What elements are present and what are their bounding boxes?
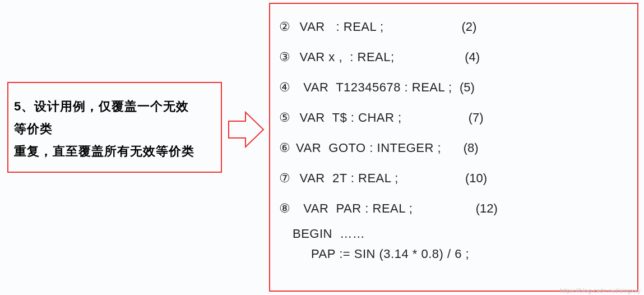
left-line-1: 5、设计用例，仅覆盖一个无效 <box>14 95 216 118</box>
row-marker: ⑦ <box>278 171 291 186</box>
code-row: ⑧ VAR PAR : REAL ; (12) <box>278 193 635 224</box>
extra-line-2: PAP := SIN (3.14 * 0.8) / 6 ; <box>278 244 635 264</box>
row-num: (5) <box>460 80 475 95</box>
code-row: ⑦ VAR 2T : REAL ; (10) <box>278 163 635 193</box>
right-box: ② VAR : REAL ; (2) ③ VAR x , : REAL; (4)… <box>269 3 638 292</box>
code-row: ④ VAR T12345678 : REAL ; (5) <box>278 72 635 103</box>
row-num: (7) <box>469 110 484 125</box>
row-code: VAR : REAL ; <box>296 20 384 34</box>
row-pad <box>399 171 465 186</box>
row-pad <box>402 110 469 125</box>
row-marker: ④ <box>278 80 291 95</box>
row-code: VAR 2T : REAL ; <box>296 171 399 186</box>
row-code: VAR T12345678 : REAL ; <box>296 80 452 95</box>
left-line-2: 等价类 <box>14 118 216 140</box>
code-row: ⑤ VAR T$ : CHAR ; (7) <box>278 103 635 133</box>
row-code: VAR x , : REAL; <box>296 50 395 64</box>
row-pad <box>384 20 462 34</box>
row-pad <box>452 80 460 95</box>
code-row: ② VAR : REAL ; (2) <box>278 12 635 42</box>
row-marker: ⑤ <box>278 110 291 125</box>
row-marker: ③ <box>278 50 291 64</box>
left-line-3: 重复，直至覆盖所有无效等价类 <box>14 140 216 163</box>
arrow-icon <box>226 110 266 149</box>
code-row: ⑥ VAR GOTO : INTEGER ; (8) <box>278 133 635 163</box>
left-box: 5、设计用例，仅覆盖一个无效 等价类 重复，直至覆盖所有无效等价类 <box>7 82 222 173</box>
row-marker: ② <box>278 20 291 34</box>
row-code: VAR GOTO : INTEGER ; <box>296 141 441 155</box>
row-pad <box>395 50 465 64</box>
row-marker: ⑥ <box>278 141 291 155</box>
row-num: (2) <box>462 20 477 34</box>
extra-line-1: BEGIN …… <box>278 224 635 244</box>
row-num: (4) <box>465 50 480 64</box>
code-row: ③ VAR x , : REAL; (4) <box>278 42 635 72</box>
row-code: VAR PAR : REAL ; <box>296 201 413 216</box>
row-code: VAR T$ : CHAR ; <box>296 110 402 125</box>
row-num: (8) <box>464 141 479 155</box>
watermark: https://blog.csdn.net/singxsy <box>560 287 641 294</box>
row-num: (12) <box>476 201 498 216</box>
row-pad <box>441 141 464 155</box>
row-pad <box>413 201 475 216</box>
row-marker: ⑧ <box>278 201 291 216</box>
row-num: (10) <box>465 171 487 186</box>
